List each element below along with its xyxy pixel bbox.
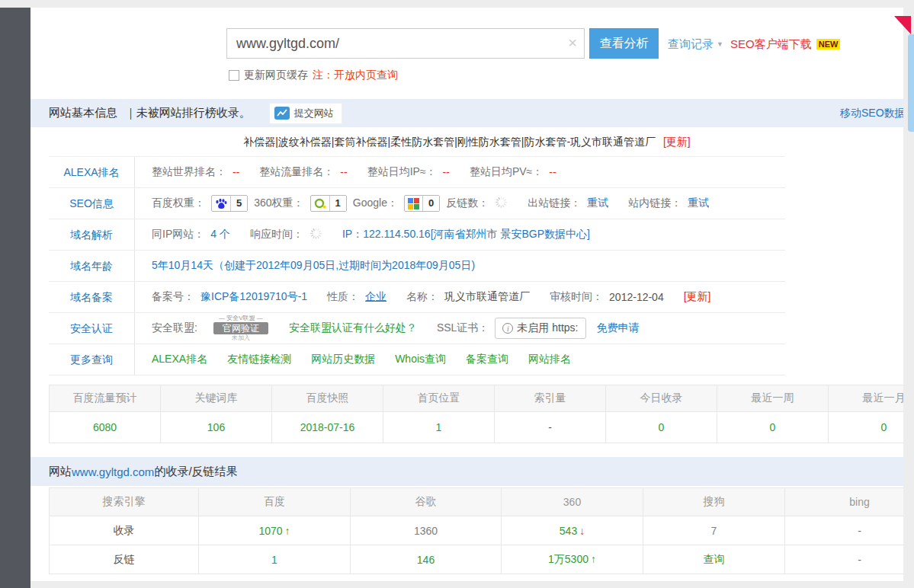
engine-cell: 1360 [351,516,502,545]
update-cache-label: 更新网页缓存 [244,69,308,82]
info-link[interactable]: -- [233,166,239,178]
stats-cell: - [495,412,606,443]
engine-cell: 1070↑ [199,516,351,545]
info-link[interactable]: -- [549,166,556,178]
info-row: 安全认证安全联盟:— 安全V联盟 —官网验证未加入安全联盟认证有什么好处？SSL… [49,313,785,344]
seo-client-label: SEO客户端下载 [730,37,812,50]
info-link[interactable]: 免费申请 [597,321,640,335]
engine-row-label: 反链 [50,545,199,574]
update-cache-checkbox[interactable] [229,70,239,81]
stats-header-cell: 首页位置 [383,385,495,412]
title-update-link[interactable]: [更新] [663,136,691,148]
google-pr-badge[interactable]: 0 [404,195,440,212]
trend-down-icon: ↓ [579,525,585,537]
info-link[interactable]: 友情链接检测 [227,353,291,366]
info-link[interactable]: -- [340,166,347,178]
360-weight-badge[interactable]: 1 [310,195,347,212]
info-text: 出站链接： [528,197,581,210]
info-text: 5年10月14天（创建于2012年09月05日,过期时间为2018年09月05日… [152,259,475,273]
stats-value-link[interactable]: 0 [881,421,887,433]
bar-subtitle: ｜未被网站排行榜收录。 [125,106,251,120]
line-chart-icon [274,107,290,120]
ssl-status-box: i未启用 https: [495,318,585,339]
engine-cell: 543↓ [502,516,643,545]
stats-value-link[interactable]: 1 [436,421,442,433]
engine-value-link[interactable]: 146 [417,554,435,566]
stats-value-link[interactable]: 6080 [93,421,117,433]
info-link[interactable]: 备案查询 [466,353,508,366]
engine-value-link[interactable]: 1070 [258,525,282,537]
stats-value-link[interactable]: 0 [770,421,776,433]
engine-cell: 7 [643,516,785,545]
info-link[interactable]: 豫ICP备12019710号-1 [200,290,307,304]
stats-value: - [548,421,552,433]
engine-value-link[interactable]: 查询 [704,553,725,565]
loading-spinner-icon [309,227,322,242]
info-row-detail: 百度权重：5360权重：1Google：0反链数：出站链接：重试站内链接：重试 [135,195,785,212]
side-widget-strip[interactable] [908,34,914,132]
stats-header-cell: 最近一月 [829,385,904,412]
engine-value-link[interactable]: 7 [711,525,717,537]
stats-value-link[interactable]: 106 [207,421,225,433]
url-input[interactable] [226,28,585,59]
stats-header-cell: 关键词库 [161,385,272,412]
info-row-detail: 备案号：豫ICP备12019710号-1性质：企业名称：巩义市联通管道厂审核时间… [135,290,785,304]
content-panel: × 查看分析 查询记录▼ SEO客户端下载NEW 更新网页缓存 注：开放内页查询… [30,8,903,581]
engine-row-label: 收录 [50,516,199,545]
info-link[interactable]: 企业 [365,290,386,304]
info-icon: i [502,323,513,334]
basic-info-bar: 网站基本信息 ｜未被网站排行榜收录。 提交网站 [30,99,903,127]
info-row-label: 域名解析 [49,219,135,250]
security-union-seal[interactable]: — 安全V联盟 —官网验证未加入 [204,315,278,341]
info-link[interactable]: 重试 [587,197,608,210]
engine-value-link[interactable]: 1 [271,554,277,566]
info-text: Google： [353,197,398,210]
seo-client-download-link[interactable]: SEO客户端下载NEW [730,37,840,52]
info-link[interactable]: Whois查询 [395,353,446,366]
info-link[interactable]: 安全联盟认证有什么好处？ [289,321,417,335]
cache-option-row: 更新网页缓存 注：开放内页查询 [229,69,398,82]
query-history-link[interactable]: 查询记录▼ [668,37,723,52]
engine-value-link[interactable]: 1万5300 [548,553,588,565]
engine-row: 收录1070↑1360543↓7- [50,516,904,545]
clear-input-icon[interactable]: × [568,34,577,52]
chevron-down-icon: ▼ [717,40,723,48]
info-link[interactable]: 重试 [688,197,709,210]
info-link[interactable]: -- [443,166,450,178]
stats-header-cell: 百度快照 [272,385,383,412]
baidu-weight-badge[interactable]: 5 [211,195,248,212]
site-title-line: 补偿器|波纹补偿器|套筒补偿器|柔性防水套管|刚性防水套管|防水套管-巩义市联通… [30,127,903,156]
engine-value: - [858,554,861,566]
ssl-status-text: 未启用 https: [517,321,578,335]
page: × 查看分析 查询记录▼ SEO客户端下载NEW 更新网页缓存 注：开放内页查询… [0,0,914,588]
info-row-detail: 5年10月14天（创建于2012年09月05日,过期时间为2018年09月05日… [135,259,785,273]
result-title-suffix: 的收录/反链结果 [154,465,237,479]
mobile-seo-link[interactable]: 移动SEO数据 [840,107,903,120]
info-row-label: 安全认证 [49,313,135,344]
stats-cell: 1 [383,412,495,443]
submit-site-button[interactable]: 提交网站 [269,103,342,124]
info-link[interactable]: 网站排名 [528,353,571,366]
engine-result-table: 搜索引擎百度谷歌360搜狗bing 收录1070↑1360543↓7-反链114… [49,487,903,574]
info-link[interactable]: 网站历史数据 [311,353,375,366]
info-text: 整站日均IP≈： [367,165,437,179]
info-row: 更多查询ALEXA排名友情链接检测网站历史数据Whois查询备案查询网站排名 [49,344,785,375]
analyze-button[interactable]: 查看分析 [589,28,659,59]
info-text: 360权重： [254,197,303,210]
info-text: 百度权重： [152,197,205,210]
engine-value-link[interactable]: 543 [560,525,577,537]
info-row-label: SEO信息 [49,188,135,219]
info-text: 整站流量排名： [259,165,334,179]
stats-value-link[interactable]: 2018-07-16 [300,421,355,433]
trend-up-icon: ↑ [591,553,596,565]
submit-site-label: 提交网站 [294,107,334,120]
info-link[interactable]: 4 个 [210,228,230,241]
info-link[interactable]: [更新] [684,290,711,304]
engine-value-link[interactable]: 1360 [414,525,438,537]
info-link[interactable]: ALEXA排名 [152,353,207,366]
engine-cell: - [785,516,904,545]
result-title-domain[interactable]: www.gyltgd.com [72,465,154,478]
info-row: SEO信息百度权重：5360权重：1Google：0反链数：出站链接：重试站内链… [49,188,785,219]
info-link[interactable]: IP：122.114.50.16[河南省郑州市 景安BGP数据中心] [342,228,590,241]
stats-value-link[interactable]: 0 [659,421,665,433]
